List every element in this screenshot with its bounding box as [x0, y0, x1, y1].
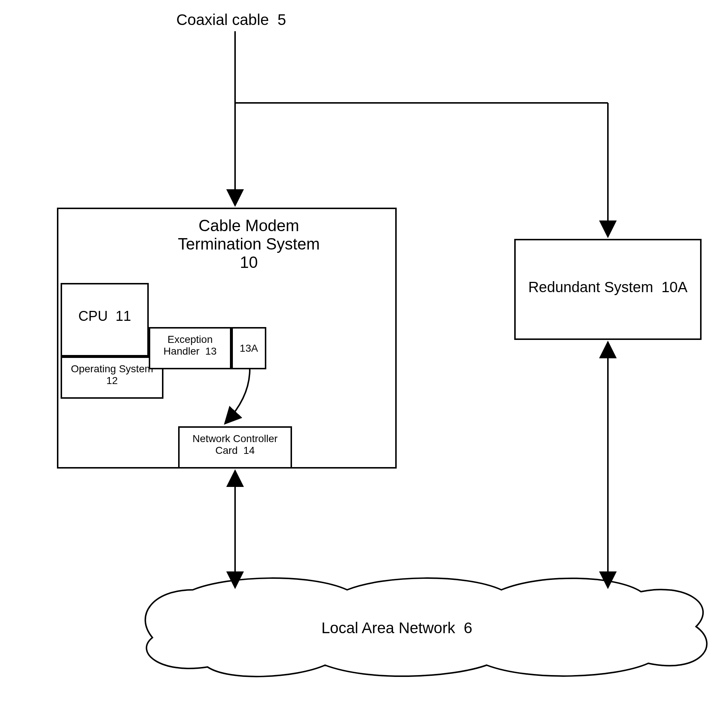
- coaxial-cable-text: Coaxial cable: [176, 11, 269, 28]
- os-line1: Operating System: [62, 363, 162, 375]
- redundant-box: Redundant System 10A: [514, 239, 702, 340]
- ncc-ref: 14: [244, 445, 255, 456]
- os-box: Operating System 12: [61, 356, 163, 399]
- ncc-line2: Card: [215, 445, 238, 456]
- os-ref: 12: [62, 375, 162, 386]
- eh-ref: 13: [205, 346, 217, 357]
- lan-text: Local Area Network: [321, 619, 455, 636]
- redundant-ref: 10A: [662, 279, 688, 295]
- lan-cloud: Local Area Network 6: [127, 571, 722, 678]
- cmts-ref: 10: [103, 253, 395, 272]
- cmts-line1: Cable Modem: [103, 217, 395, 235]
- eh-line1: Exception: [150, 334, 230, 346]
- cpu-label: CPU 11: [62, 308, 147, 324]
- lan-ref: 6: [464, 619, 472, 636]
- eh-label: Exception Handler 13: [150, 334, 230, 357]
- cmts-title: Cable Modem Termination System 10: [58, 217, 395, 272]
- os-label: Operating System 12: [62, 363, 162, 386]
- redundant-label: Redundant System 10A: [516, 279, 700, 295]
- coaxial-cable-label: Coaxial cable 5: [176, 11, 286, 29]
- exception-handler-box: Exception Handler 13: [149, 327, 231, 369]
- redundant-text: Redundant System: [528, 279, 653, 295]
- eh-sub-label: 13A: [233, 343, 265, 354]
- eh-sub-box: 13A: [231, 327, 266, 369]
- cmts-line2: Termination System: [103, 235, 395, 253]
- eh-sub-ref: 13A: [240, 343, 258, 354]
- eh-line2: Handler: [163, 346, 199, 357]
- ncc-box: Network Controller Card 14: [178, 426, 292, 469]
- cpu-ref: 11: [116, 308, 131, 324]
- cpu-box: CPU 11: [61, 283, 149, 356]
- cpu-text: CPU: [78, 308, 108, 324]
- ncc-label: Network Controller Card 14: [180, 433, 290, 456]
- coaxial-cable-ref: 5: [278, 11, 286, 28]
- lan-label: Local Area Network 6: [321, 619, 472, 637]
- ncc-line1: Network Controller: [180, 433, 290, 445]
